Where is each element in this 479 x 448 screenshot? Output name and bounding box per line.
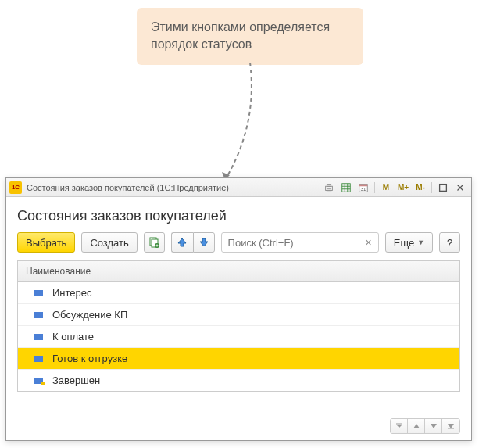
- move-button-group: [171, 232, 215, 253]
- arrow-down-icon: [198, 237, 209, 248]
- dialog-window: 1C Состояния заказов покупателей (1С:Пре…: [5, 177, 472, 441]
- copy-button[interactable]: [144, 232, 165, 253]
- app-icon: 1C: [9, 181, 22, 194]
- nav-last-button[interactable]: [442, 419, 459, 433]
- copy-icon: [148, 236, 160, 249]
- move-up-button[interactable]: [171, 232, 193, 253]
- nav-first-button[interactable]: [391, 419, 408, 433]
- callout-arrow: [219, 63, 281, 188]
- status-icon: [34, 356, 43, 362]
- search-input[interactable]: [225, 237, 363, 249]
- table-row[interactable]: Обсуждение КП: [18, 304, 459, 326]
- row-label: Интерес: [52, 287, 92, 299]
- status-icon: [34, 334, 43, 340]
- memory-mminus-button[interactable]: M-: [413, 181, 428, 195]
- table-body: Интерес Обсуждение КП К оплате Готов к о…: [18, 282, 459, 391]
- table-row[interactable]: К оплате: [18, 326, 459, 348]
- nav-up-button[interactable]: [408, 419, 425, 433]
- move-down-button[interactable]: [193, 232, 215, 253]
- column-header-name: Наименование: [26, 266, 91, 277]
- row-label: К оплате: [52, 331, 94, 342]
- titlebar-controls: 31 M M+ M-: [321, 181, 468, 195]
- help-button[interactable]: ?: [439, 232, 460, 253]
- table-row[interactable]: Готов к отгрузке: [18, 348, 459, 370]
- status-final-icon: [34, 378, 43, 384]
- table-row[interactable]: Интерес: [18, 282, 459, 304]
- maximize-icon[interactable]: [435, 181, 451, 195]
- page-title: Состояния заказов покупателей: [6, 197, 471, 232]
- svg-rect-1: [327, 184, 331, 186]
- svg-rect-11: [440, 184, 447, 191]
- close-icon[interactable]: [452, 181, 468, 195]
- status-icon: [34, 290, 43, 296]
- row-label: Обсуждение КП: [52, 309, 127, 321]
- callout-text: Этими кнопками определяется порядок стат…: [151, 20, 330, 51]
- svg-text:31: 31: [361, 185, 366, 191]
- calendar-icon[interactable]: 31: [356, 181, 371, 195]
- row-label: Готов к отгрузке: [52, 353, 127, 364]
- nav-up-icon: [413, 422, 420, 430]
- chevron-down-icon: ▼: [417, 238, 424, 246]
- nav-down-button[interactable]: [425, 419, 442, 433]
- nav-first-icon: [395, 422, 403, 430]
- status-table: Наименование Интерес Обсуждение КП К опл…: [17, 260, 460, 392]
- svg-rect-3: [342, 183, 351, 192]
- select-button[interactable]: Выбрать: [17, 232, 75, 253]
- nav-last-icon: [447, 422, 455, 430]
- create-button[interactable]: Создать: [81, 232, 137, 253]
- callout-tooltip: Этими кнопками определяется порядок стат…: [137, 8, 363, 65]
- table-row[interactable]: Завершен: [18, 370, 459, 391]
- status-icon: [34, 312, 43, 318]
- memory-m-button[interactable]: M: [378, 181, 394, 195]
- print-icon[interactable]: [321, 181, 337, 195]
- nav-controls: [390, 418, 460, 434]
- search-clear-button[interactable]: ×: [363, 236, 375, 249]
- table-header[interactable]: Наименование: [18, 261, 459, 282]
- search-box[interactable]: ×: [221, 232, 379, 253]
- row-label: Завершен: [52, 375, 100, 386]
- arrow-up-icon: [177, 237, 188, 248]
- more-button[interactable]: Еще ▼: [385, 232, 433, 253]
- window-title: Состояния заказов покупателей (1С:Предпр…: [27, 183, 321, 192]
- nav-down-icon: [430, 422, 438, 430]
- toolbar: Выбрать Создать: [6, 232, 471, 260]
- titlebar: 1C Состояния заказов покупателей (1С:Пре…: [6, 178, 471, 197]
- grid-icon[interactable]: [338, 181, 354, 195]
- memory-mplus-button[interactable]: M+: [395, 181, 411, 195]
